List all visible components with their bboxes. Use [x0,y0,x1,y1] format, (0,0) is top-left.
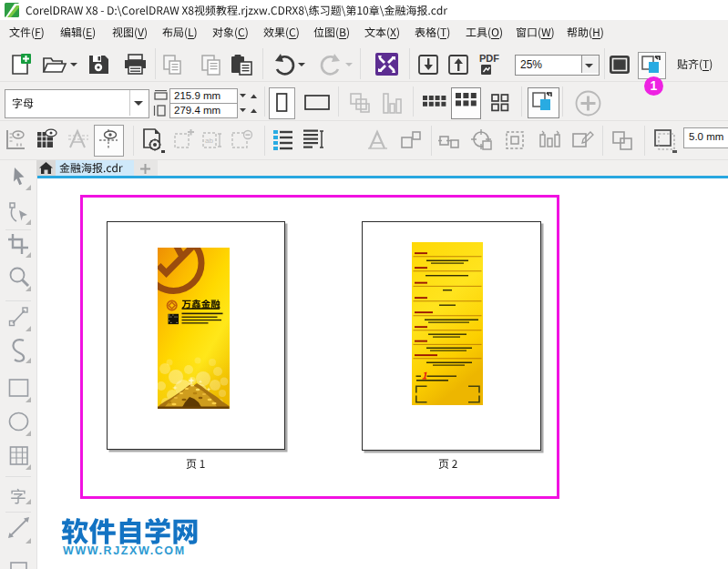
svg-text:PDF: PDF [479,53,499,64]
svg-text:ab: ab [205,137,213,145]
